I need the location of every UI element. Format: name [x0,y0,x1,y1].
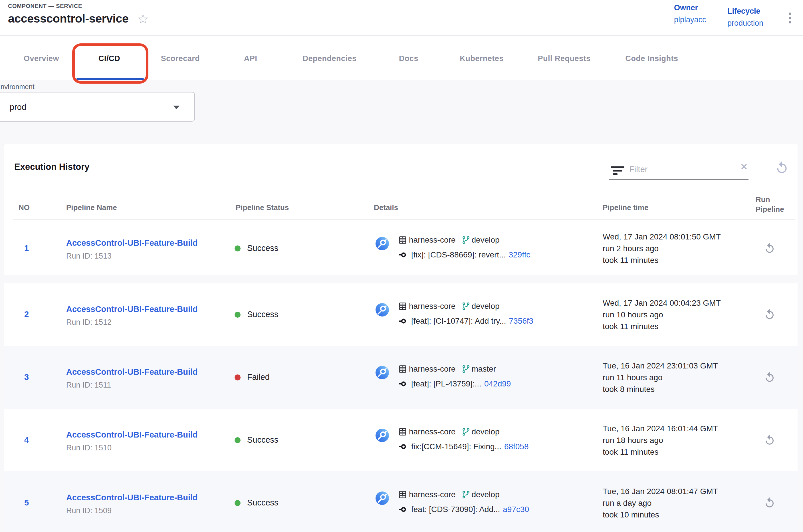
git-branch-icon [462,302,470,310]
commit-hash-link[interactable]: 68f058 [504,442,529,451]
environment-label: Environment [0,83,35,91]
run-pipeline-icon[interactable] [764,371,776,383]
row-number: 1 [19,244,35,253]
tab-pull-requests[interactable]: Pull Requests [538,54,590,63]
lifecycle-link[interactable]: production [727,19,763,28]
tab-code-insights[interactable]: Code Insights [625,54,678,63]
pipeline-execution-icon [376,429,389,442]
execution-history-card: Execution History × NO Pipeline Name Pip… [4,144,798,532]
git-branch-icon [462,365,470,373]
commit-message: [feat]: [PL-43759]:... [411,379,481,388]
branch-name: develop [472,235,499,245]
commit-message: feat: [CDS-73090]: Add... [411,505,500,514]
git-commit-icon [399,250,408,260]
git-commit-icon [399,505,408,514]
run-pipeline-icon[interactable] [764,497,776,509]
repository-icon [398,364,407,374]
table-row: 3 AccessControl-UBI-Feature-Build Run ID… [4,346,798,409]
status-dot [234,375,241,380]
pipeline-execution-icon [376,366,389,379]
status-label: Success [247,435,279,445]
repository-name: harness-core [409,427,455,436]
tab-kubernetes[interactable]: Kubernetes [460,54,504,63]
pipeline-time: Tue, 16 Jan 2024 08:01:47 GMT run a day … [603,486,718,520]
branch-name: develop [472,302,499,311]
run-pipeline-icon[interactable] [764,308,776,321]
column-header-run-pipeline: Run Pipeline [756,195,798,214]
repository-name: harness-core [409,364,455,374]
git-branch-icon [462,428,470,436]
content-area: Environment prod Execution History × NO … [0,80,803,532]
pipeline-name-link[interactable]: AccessControl-UBI-Feature-Build [66,367,198,377]
clear-filter-icon[interactable]: × [741,161,748,173]
git-commit-icon [399,379,408,388]
tab-api[interactable]: API [244,54,257,63]
repository-icon [398,427,407,436]
environment-select[interactable]: prod [0,92,195,121]
git-branch-icon [462,236,470,244]
tab-overview[interactable]: Overview [24,54,59,63]
pipeline-name-link[interactable]: AccessControl-UBI-Feature-Build [66,305,198,314]
filter-funnel-icon [611,166,624,177]
refresh-icon[interactable] [775,161,789,175]
pipeline-name-link[interactable]: AccessControl-UBI-Feature-Build [66,430,198,439]
branch-name: master [472,364,496,374]
execution-history-title: Execution History [14,162,90,172]
kebab-menu-icon[interactable] [788,12,792,24]
tab-docs[interactable]: Docs [399,54,418,63]
favorite-star-icon[interactable]: ☆ [137,12,149,25]
git-branch-icon [462,490,470,499]
filter-input-underline [609,179,748,180]
run-pipeline-icon[interactable] [764,434,776,446]
active-tab-underline [76,78,144,80]
pipeline-execution-icon [376,237,389,250]
repository-name: harness-core [409,235,455,245]
table-row: 5 AccessControl-UBI-Feature-Build Run ID… [4,471,798,532]
run-id: Run ID: 1509 [66,506,198,515]
page-header: COMPONENT — SERVICE accesscontrol-servic… [0,0,803,36]
status-label: Success [247,244,279,253]
repository-name: harness-core [409,490,455,499]
chevron-down-icon [173,106,179,109]
column-header-pipeline-time: Pipeline time [603,203,648,212]
row-number: 5 [19,498,35,508]
pipeline-time: Wed, 17 Jan 2024 08:01:50 GMT run 2 hour… [603,231,721,266]
row-number: 3 [19,373,35,382]
status-label: Success [247,310,279,319]
repository-icon [398,302,407,311]
pipeline-time: Tue, 16 Jan 2024 16:01:44 GMT run 18 hou… [603,423,718,458]
filter-input[interactable] [629,162,723,177]
repository-name: harness-core [409,302,455,311]
row-divider-band [4,275,798,283]
status-dot [234,500,241,506]
tab-dependencies[interactable]: Dependencies [303,54,357,63]
breadcrumb: COMPONENT — SERVICE [8,3,82,10]
commit-hash-link[interactable]: 329ffc [509,250,530,260]
table-header-divider [13,219,795,220]
run-pipeline-icon[interactable] [764,242,776,254]
status-dot [234,245,241,251]
status-dot [234,437,241,443]
status-label: Failed [247,373,270,382]
repository-icon [398,490,407,499]
tab-scorecard[interactable]: Scorecard [161,54,200,63]
commit-hash-link[interactable]: 042d99 [484,379,511,388]
owner-link[interactable]: plplayacc [674,15,706,24]
pipeline-name-link[interactable]: AccessControl-UBI-Feature-Build [66,493,198,502]
run-id: Run ID: 1510 [66,443,198,452]
component-service-page: COMPONENT — SERVICE accesscontrol-servic… [0,0,803,532]
pipeline-execution-icon [376,492,389,505]
run-id: Run ID: 1513 [66,252,198,261]
commit-message: [feat]: [CI-10747]: Add try... [411,317,506,326]
table-row: 4 AccessControl-UBI-Feature-Build Run ID… [4,409,798,471]
commit-hash-link[interactable]: a97c30 [503,505,529,514]
branch-name: develop [472,490,499,499]
pipeline-execution-icon [376,303,389,317]
commit-hash-link[interactable]: 7356f3 [509,317,534,326]
status-label: Success [247,498,279,508]
branch-name: develop [472,427,499,436]
pipeline-name-link[interactable]: AccessControl-UBI-Feature-Build [66,238,198,248]
status-dot [234,312,241,318]
pipeline-time: Wed, 17 Jan 2024 00:04:23 GMT run 10 hou… [603,297,721,332]
tab-cicd[interactable]: CI/CD [98,54,120,63]
